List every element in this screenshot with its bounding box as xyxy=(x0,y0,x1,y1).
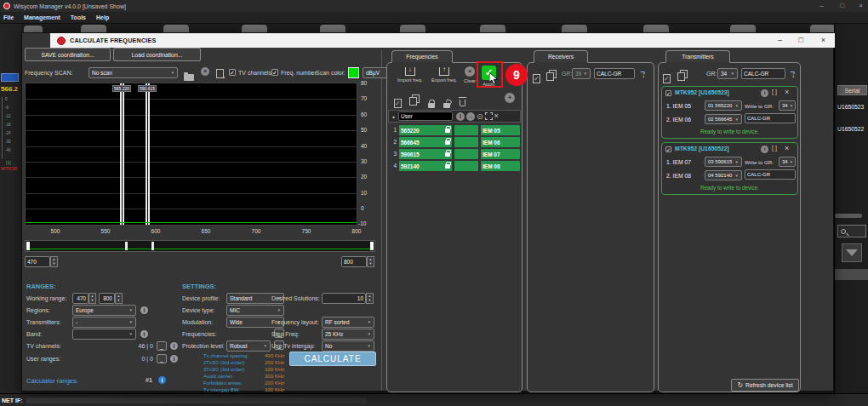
receivers-gr-select[interactable]: 39▼ xyxy=(572,68,591,79)
desired-solutions-spinner[interactable]: ▲▼ xyxy=(322,293,374,304)
transmitters-select[interactable]: -▼ xyxy=(72,317,136,328)
freq-select-all-button[interactable]: ✓ xyxy=(394,94,402,109)
regions-select[interactable]: Europe▼ xyxy=(72,305,136,316)
freq-cell[interactable]: 566645 xyxy=(399,137,452,147)
receivers-group-input[interactable] xyxy=(594,68,635,79)
spinner-arrows-icon[interactable]: ▲▼ xyxy=(115,293,123,304)
group-cell[interactable] xyxy=(454,161,478,171)
group-cell[interactable] xyxy=(454,149,478,159)
export-freq-button[interactable]: ↑ Export freq. xyxy=(431,67,457,83)
expand-icon[interactable]: [ ] xyxy=(772,89,777,94)
channel-freq-select[interactable]: 02 566645▼ xyxy=(705,114,742,124)
device-type-select[interactable]: MIC▼ xyxy=(226,305,284,316)
transmitters-group-input[interactable] xyxy=(741,68,785,79)
arrow-circle-icon[interactable]: → xyxy=(466,112,475,121)
band-select[interactable]: ▼ xyxy=(72,329,136,340)
freq-delete-button[interactable] xyxy=(460,94,465,110)
assign-down-arrow[interactable]: ↓ xyxy=(642,71,646,79)
tab-transmitters[interactable]: Transmitters xyxy=(665,50,730,63)
tab-receivers[interactable]: Receivers xyxy=(534,50,588,63)
name-cell[interactable]: IEM 05 xyxy=(481,125,520,135)
group-cell[interactable] xyxy=(454,125,478,135)
expand-icon[interactable]: [ ] xyxy=(772,145,777,151)
write-group-input[interactable] xyxy=(745,113,796,123)
channel-freq-select[interactable]: 04 592140▼ xyxy=(705,170,742,180)
dialog-maximize-button[interactable]: □ xyxy=(799,36,803,44)
refresh-device-list-button[interactable]: ↻ Refresh device list xyxy=(731,379,799,392)
user-ranges-info-icon[interactable]: i xyxy=(170,355,178,363)
tv-channels-checkbox[interactable]: ✓ TV channels xyxy=(229,69,271,76)
channel-freq-select[interactable]: 03 590615▼ xyxy=(705,157,742,167)
clear-scan-button[interactable]: × xyxy=(201,67,209,76)
window-minimize-button[interactable]: – xyxy=(820,2,824,9)
save-coordination-button[interactable]: SAVE coordination... xyxy=(25,48,111,61)
close-icon[interactable]: × xyxy=(785,145,789,152)
protection-level-select[interactable]: Robust▼ xyxy=(226,340,271,352)
menu-help[interactable]: Help xyxy=(96,14,109,20)
freq-cell[interactable]: 590615 xyxy=(399,149,452,159)
serial-value[interactable]: U1650522 xyxy=(837,126,864,132)
channel-freq-select[interactable]: 01 565220▼ xyxy=(705,100,742,111)
write-to-gr-select[interactable]: 34▼ xyxy=(779,100,796,111)
serial-value[interactable]: U1650523 xyxy=(837,104,864,110)
name-cell[interactable]: IEM 07 xyxy=(481,149,520,159)
working-range-min-spinner[interactable]: ▲▼ xyxy=(72,293,96,304)
range-min-spinner[interactable]: ▲▼ xyxy=(25,256,58,267)
device-checkbox[interactable]: ✓ xyxy=(665,90,671,96)
spinner-arrows-icon[interactable]: ▲▼ xyxy=(89,293,96,304)
spinner-arrows-icon[interactable]: ▲▼ xyxy=(50,256,58,267)
filter-button[interactable] xyxy=(842,243,862,262)
search-box[interactable] xyxy=(837,225,866,237)
assign-down-arrow[interactable]: ↓ xyxy=(791,71,796,79)
clear-button[interactable]: × Clear xyxy=(464,66,476,83)
frequency-scan-select[interactable]: No scan▼ xyxy=(89,67,178,78)
scan-color-swatch[interactable] xyxy=(348,67,359,78)
use-tv-intergap-select[interactable]: No▼ xyxy=(322,340,374,352)
range-max-input[interactable] xyxy=(341,256,367,267)
menu-tools[interactable]: Tools xyxy=(71,14,86,20)
menu-management[interactable]: Management xyxy=(24,14,60,20)
import-freq-button[interactable]: ↓ Import freq. xyxy=(397,67,423,83)
window-maximize-button[interactable]: □ xyxy=(840,2,844,9)
info-circle-icon[interactable]: i xyxy=(761,146,768,153)
band-info-icon[interactable]: i xyxy=(140,330,148,338)
calculator-ranges-info-icon[interactable]: i xyxy=(158,376,166,384)
step-freq-select[interactable]: 25 KHz▼ xyxy=(322,329,374,340)
slider-handle-left[interactable] xyxy=(26,242,30,250)
freq-cell[interactable]: 565220 xyxy=(399,125,452,135)
receivers-duplicate-button[interactable] xyxy=(546,68,557,83)
device-checkbox[interactable]: ✓ xyxy=(665,146,671,152)
transmitters-duplicate-button[interactable] xyxy=(677,68,688,83)
regions-info-icon[interactable]: i xyxy=(140,306,148,314)
range-min-input[interactable] xyxy=(25,256,50,267)
receivers-select-all-button[interactable]: ✓ xyxy=(533,69,540,84)
transmitters-gr-select[interactable]: 34▼ xyxy=(717,68,738,79)
remove-scan-file-button[interactable] xyxy=(216,66,224,82)
serial-column-header[interactable]: Serial xyxy=(837,85,867,95)
eye-icon[interactable]: ⊙ xyxy=(477,112,483,121)
sort-asc-icon[interactable]: ▲ xyxy=(391,114,396,119)
freq-duplicate-button[interactable] xyxy=(409,93,420,108)
info-circle-icon[interactable]: i xyxy=(456,112,465,121)
freq-cell[interactable]: 592140 xyxy=(399,161,452,171)
tv-channels-info-icon[interactable]: i xyxy=(170,342,178,350)
menu-file[interactable]: File xyxy=(3,14,14,20)
slider-handle-right[interactable] xyxy=(370,242,374,250)
horizontal-scrollbar[interactable] xyxy=(835,214,862,218)
name-cell[interactable]: IEM 06 xyxy=(481,137,520,147)
close-icon[interactable]: × xyxy=(494,112,499,120)
info-circle-icon[interactable]: i xyxy=(761,89,768,97)
freq-number-checkbox[interactable]: ✓ Freq. number xyxy=(271,69,317,76)
selection-box-icon[interactable] xyxy=(485,112,493,120)
working-range-min-input[interactable] xyxy=(72,293,89,304)
spinner-arrows-icon[interactable]: ▲▼ xyxy=(367,256,374,267)
close-icon[interactable]: × xyxy=(785,89,789,96)
transmitters-select-all-button[interactable]: ✓ xyxy=(663,69,671,84)
tab-frequencies[interactable]: Frequencies xyxy=(391,50,453,63)
group-cell[interactable] xyxy=(454,137,478,147)
working-range-max-spinner[interactable]: ▲▼ xyxy=(99,293,123,304)
write-group-input[interactable] xyxy=(745,169,796,180)
working-range-max-input[interactable] xyxy=(99,293,115,304)
calculate-button[interactable]: CALCULATE xyxy=(289,352,376,366)
name-cell[interactable]: IEM 08 xyxy=(481,161,520,171)
